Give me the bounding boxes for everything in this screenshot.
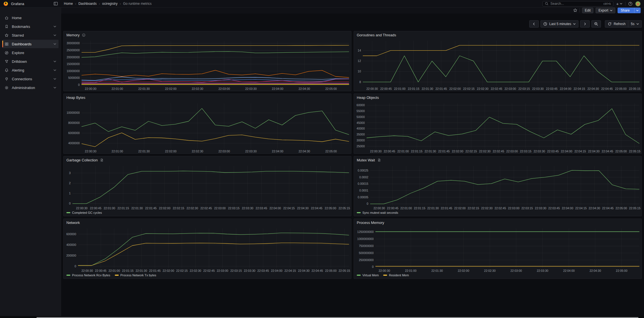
breadcrumb-folder[interactable]: ociregistry (102, 2, 118, 6)
export-button[interactable]: Export (596, 8, 615, 13)
dashboards-grid-icon (5, 42, 9, 46)
breadcrumb-home[interactable]: Home (64, 2, 73, 6)
user-avatar[interactable] (635, 1, 641, 6)
home-icon (5, 16, 9, 20)
svg-text:22:04:45: 22:04:45 (602, 206, 614, 210)
breadcrumb-separator: › (75, 2, 76, 5)
refresh-interval-select[interactable]: 5s (628, 20, 642, 28)
legend-item[interactable]: Process Network Tx bytes (115, 273, 156, 277)
chart-area-process-memory[interactable]: 22:00:3022:01:0022:01:3022:02:0022:02:30… (354, 226, 641, 273)
sidebar-item-dashboards[interactable]: Dashboards (2, 40, 59, 48)
chart-area-mutex-wait[interactable]: 22:00:3022:00:4522:01:0022:01:1522:01:30… (354, 164, 641, 210)
legend-item[interactable]: Virtual Mem (357, 273, 379, 277)
legend-item[interactable]: Sync mutext wait seconds (357, 211, 398, 214)
panel-header-garbage-collection[interactable]: Garbage Collection (64, 156, 351, 164)
share-button[interactable]: Share (618, 8, 641, 13)
divider (625, 2, 625, 6)
clock-icon (543, 22, 547, 26)
panel-header-process-memory[interactable]: Process Memory (354, 219, 641, 226)
svg-text:22:02:00: 22:02:00 (163, 269, 174, 272)
svg-text:22:04:30: 22:04:30 (298, 269, 309, 272)
edit-button[interactable]: Edit (582, 8, 594, 13)
breadcrumb-dashboards[interactable]: Dashboards (78, 2, 97, 6)
grafana-logo-icon[interactable] (3, 1, 8, 6)
sidebar-item-administration[interactable]: Administration (2, 83, 59, 92)
chart-area-heap-objects[interactable]: 22:00:3022:00:4522:01:0022:01:1522:01:30… (354, 101, 641, 154)
legend-item[interactable]: Resident Mem (383, 273, 409, 277)
svg-text:22:02:45: 22:02:45 (495, 206, 506, 210)
panel-legend: Virtual MemResident Mem (354, 273, 641, 279)
refresh-button[interactable]: Refresh (605, 20, 628, 28)
breadcrumb-separator: › (99, 2, 100, 5)
svg-text:22:04:00: 22:04:00 (272, 150, 283, 153)
svg-text:22:02:00: 22:02:00 (452, 150, 463, 153)
sidebar-item-label: Explore (12, 51, 24, 55)
chart-area-garbage-collection[interactable]: 22:00:3022:00:4522:01:0022:01:1522:01:30… (64, 164, 351, 210)
dashboard-main: Edit Export Share Last 5 minutes (61, 8, 644, 316)
chart-area-goroutines-threads[interactable]: 22:00:3022:00:4522:01:0022:01:1522:01:30… (354, 39, 641, 91)
sidebar-item-home[interactable]: Home (2, 14, 59, 22)
svg-text:22:01:00: 22:01:00 (400, 206, 412, 210)
zoom-out-time-button[interactable] (591, 20, 601, 28)
favorite-star-icon[interactable] (573, 8, 577, 12)
chart-area-heap-bytes[interactable]: 22:00:3022:01:0022:01:3022:02:0022:02:30… (64, 101, 351, 154)
svg-text:22:00:30: 22:00:30 (366, 87, 378, 90)
panel-header-memory[interactable]: Memory (64, 31, 351, 39)
time-range-back-button[interactable] (529, 20, 539, 28)
new-menu-button[interactable]: + (616, 2, 622, 6)
sidebar-item-drilldown[interactable]: Drilldown (2, 57, 59, 66)
zoom-out-icon (594, 22, 598, 26)
info-icon[interactable] (82, 33, 86, 37)
legend-item[interactable]: Process Network Rcv Bytes (66, 273, 110, 277)
svg-text:22:03:30: 22:03:30 (244, 269, 255, 272)
sidebar-toggle-icon[interactable] (54, 2, 58, 5)
sidebar-item-label: Bookmarks (12, 25, 30, 29)
sidebar-item-explore[interactable]: Explore (2, 48, 59, 57)
sidebar-item-alerting[interactable]: Alerting (2, 66, 59, 74)
svg-text:200000: 200000 (66, 254, 76, 257)
sidebar-item-connections[interactable]: Connections (2, 75, 59, 83)
panel-process-memory: Process Memory22:00:3022:01:0022:01:3022… (354, 219, 642, 279)
search-input[interactable]: Search... ctrl+k (542, 1, 613, 6)
svg-text:22:03:00: 22:03:00 (508, 206, 519, 210)
help-icon[interactable] (628, 2, 632, 6)
sidebar-item-bookmarks[interactable]: Bookmarks (2, 22, 59, 31)
description-icon[interactable] (377, 158, 381, 162)
svg-text:22:01:00: 22:01:00 (112, 87, 123, 90)
share-menu-chevron[interactable] (634, 8, 640, 13)
svg-text:22:02:15: 22:02:15 (176, 269, 188, 272)
search-icon (545, 2, 548, 5)
chevron-down-icon (636, 23, 639, 25)
time-range-picker[interactable]: Last 5 minutes (540, 20, 578, 28)
svg-text:22:04:15: 22:04:15 (575, 206, 587, 210)
description-icon[interactable] (100, 158, 104, 162)
panel-header-goroutines-threads[interactable]: Goroutines and Threads (354, 31, 641, 39)
svg-text:22:00:30: 22:00:30 (76, 206, 87, 210)
top-navigation: Grafana Home › Dashboards › ociregistry … (0, 0, 644, 8)
svg-text:22:02:00: 22:02:00 (449, 87, 461, 90)
svg-text:22:05:00: 22:05:00 (615, 87, 627, 90)
svg-text:22:03:30: 22:03:30 (532, 87, 544, 90)
svg-text:22:01:15: 22:01:15 (414, 206, 425, 210)
svg-text:22:03:00: 22:03:00 (217, 269, 228, 272)
sidebar-item-starred[interactable]: Starred (2, 31, 59, 39)
panel-header-heap-objects[interactable]: Heap Objects (354, 94, 641, 101)
svg-text:22:04:30: 22:04:30 (299, 150, 310, 153)
chart-area-memory[interactable]: 22:00:3022:01:0022:01:3022:02:0022:02:30… (64, 39, 351, 91)
panel-header-network[interactable]: Network (64, 219, 351, 226)
svg-text:22:03:00: 22:03:00 (218, 150, 230, 153)
chevron-down-icon (610, 10, 612, 11)
panel-legend: Sync mutext wait seconds (354, 210, 641, 216)
time-range-forward-button[interactable] (580, 20, 590, 28)
svg-text:30000: 30000 (356, 139, 365, 142)
svg-text:0: 0 (75, 264, 76, 268)
panel-grid: Memory22:00:3022:01:0022:01:3022:02:0022… (61, 31, 644, 279)
panel-header-heap-bytes[interactable]: Heap Bytes (64, 94, 351, 101)
svg-text:22:04:15: 22:04:15 (574, 87, 585, 90)
svg-text:22:04:45: 22:04:45 (311, 206, 322, 210)
legend-item[interactable]: Completed GC cycles (66, 211, 102, 214)
svg-text:22:02:30: 22:02:30 (484, 269, 496, 272)
chart-area-network[interactable]: 22:00:3022:00:4522:01:0022:01:1522:01:30… (64, 226, 351, 273)
panel-header-mutex-wait[interactable]: Mutex Wait (354, 156, 641, 164)
svg-text:22:02:15: 22:02:15 (465, 150, 477, 153)
